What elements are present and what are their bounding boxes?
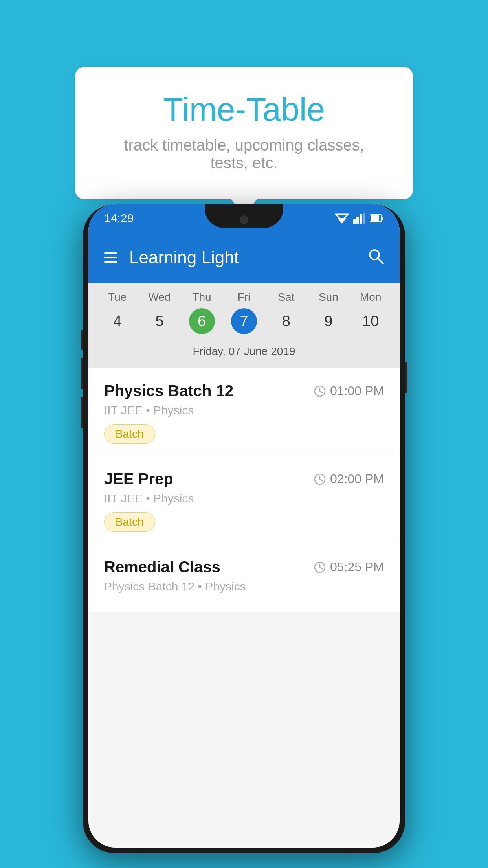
menu-button[interactable] [104, 252, 117, 263]
svg-line-19 [320, 567, 322, 569]
day-col[interactable]: Wed5 [140, 291, 179, 334]
day-col[interactable]: Sat8 [266, 291, 306, 334]
batch-tag[interactable]: Batch [104, 512, 155, 532]
days-row: Tue4Wed5Thu6Fri7Sat8Sun9Mon10 [88, 291, 400, 334]
clock-icon [314, 385, 326, 397]
card-subtitle: track timetable, upcoming classes, tests… [106, 136, 382, 172]
day-number[interactable]: 7 [231, 308, 257, 334]
day-col[interactable]: Tue4 [98, 291, 137, 334]
svg-line-16 [320, 479, 322, 481]
schedule-item[interactable]: JEE Prep02:00 PMIIT JEE • PhysicsBatch [88, 456, 400, 544]
day-name: Mon [360, 291, 381, 303]
day-name: Sun [319, 291, 338, 303]
battery-icon [370, 214, 384, 223]
svg-rect-2 [353, 219, 356, 224]
wifi-icon [335, 213, 349, 224]
item-name: Physics Batch 12 [104, 382, 233, 400]
svg-rect-4 [360, 214, 362, 224]
day-col[interactable]: Thu6 [182, 291, 222, 334]
day-number[interactable]: 5 [147, 308, 172, 334]
notch [205, 204, 283, 228]
clock-icon [314, 473, 326, 485]
status-time: 14:29 [104, 211, 134, 225]
item-course: IIT JEE • Physics [104, 492, 384, 505]
app-header: Learning Light [88, 232, 400, 283]
svg-line-10 [378, 258, 383, 263]
day-number[interactable]: 10 [358, 308, 383, 334]
day-number[interactable]: 4 [105, 308, 130, 334]
day-name: Thu [192, 291, 211, 303]
day-col[interactable]: Sun9 [309, 291, 348, 334]
day-name: Wed [149, 291, 171, 303]
tooltip-card: Time-Table track timetable, upcoming cla… [75, 67, 413, 199]
day-name: Fri [238, 291, 251, 303]
selected-date-label: Friday, 07 June 2019 [88, 340, 400, 364]
status-icons [335, 213, 384, 224]
clock-icon [314, 561, 326, 574]
schedule-item[interactable]: Remedial Class05:25 PMPhysics Batch 12 •… [88, 544, 400, 612]
svg-rect-3 [356, 217, 359, 224]
app-title: Learning Light [129, 248, 367, 267]
day-number[interactable]: 9 [316, 308, 341, 334]
camera [240, 215, 248, 224]
item-name: JEE Prep [104, 470, 173, 488]
schedule-item[interactable]: Physics Batch 1201:00 PMIIT JEE • Physic… [88, 368, 400, 456]
item-course: Physics Batch 12 • Physics [104, 580, 384, 593]
calendar-strip: Tue4Wed5Thu6Fri7Sat8Sun9Mon10 Friday, 07… [88, 283, 400, 368]
svg-line-13 [320, 391, 322, 393]
phone-wrapper: 14:29 [83, 204, 405, 853]
item-course: IIT JEE • Physics [104, 404, 384, 417]
svg-rect-7 [382, 217, 383, 220]
item-time: 02:00 PM [314, 472, 384, 486]
day-number[interactable]: 8 [273, 308, 299, 334]
schedule-list: Physics Batch 1201:00 PMIIT JEE • Physic… [88, 368, 400, 612]
card-title: Time-Table [106, 90, 382, 129]
item-time: 01:00 PM [314, 384, 384, 398]
day-col[interactable]: Mon10 [351, 291, 390, 334]
day-name: Sat [278, 291, 294, 303]
day-col[interactable]: Fri7 [224, 291, 264, 334]
day-name: Tue [108, 291, 127, 303]
signal-icon [353, 213, 365, 224]
day-number[interactable]: 6 [189, 308, 215, 334]
phone-screen: 14:29 [88, 204, 400, 848]
svg-rect-8 [371, 215, 379, 221]
item-time: 05:25 PM [314, 560, 384, 574]
search-icon[interactable] [367, 248, 384, 268]
svg-rect-5 [363, 213, 365, 224]
phone-frame: 14:29 [83, 204, 405, 853]
item-name: Remedial Class [104, 558, 220, 576]
batch-tag[interactable]: Batch [104, 424, 155, 444]
